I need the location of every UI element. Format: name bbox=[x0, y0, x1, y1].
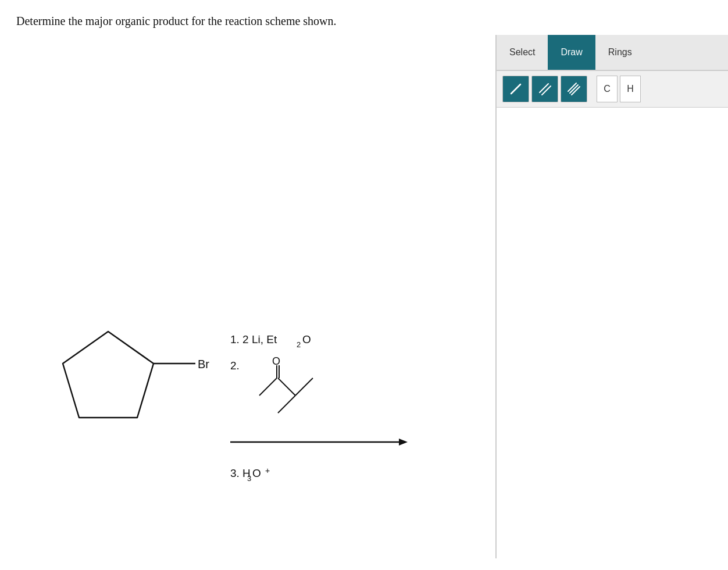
svg-line-21 bbox=[542, 86, 551, 95]
svg-marker-14 bbox=[399, 439, 408, 446]
svg-text:O: O bbox=[252, 467, 261, 479]
chemistry-diagram: Br 1. 2 Li, Et 2 O 2. O bbox=[0, 35, 495, 558]
triple-bond-icon bbox=[568, 83, 580, 95]
br-label: Br bbox=[198, 358, 209, 370]
svg-line-9 bbox=[259, 378, 277, 396]
svg-text:3: 3 bbox=[247, 474, 251, 483]
draw-button[interactable]: Draw bbox=[548, 35, 595, 70]
triple-bond-button[interactable] bbox=[561, 76, 587, 102]
svg-text:O: O bbox=[302, 333, 311, 345]
single-bond-button[interactable] bbox=[502, 76, 529, 102]
main-content: Br 1. 2 Li, Et 2 O 2. O bbox=[0, 35, 728, 558]
svg-text:+: + bbox=[265, 466, 270, 475]
svg-text:1. 2 Li, Et: 1. 2 Li, Et bbox=[230, 333, 277, 345]
question-text: Determine the major organic product for … bbox=[0, 0, 728, 29]
svg-line-12 bbox=[278, 396, 295, 413]
right-panel: Select Draw Rings bbox=[495, 35, 728, 558]
svg-line-20 bbox=[540, 84, 548, 92]
toolbar: Select Draw Rings bbox=[497, 35, 728, 71]
ketone-structure: O bbox=[259, 355, 313, 413]
hydrogen-atom-button[interactable]: H bbox=[620, 76, 641, 102]
svg-text:2: 2 bbox=[297, 340, 301, 349]
single-bond-icon bbox=[509, 83, 522, 95]
svg-line-19 bbox=[511, 84, 520, 94]
select-button[interactable]: Select bbox=[497, 35, 548, 70]
drawing-canvas[interactable] bbox=[497, 108, 728, 558]
svg-line-10 bbox=[278, 378, 295, 396]
rings-button[interactable]: Rings bbox=[595, 35, 645, 70]
double-bond-button[interactable] bbox=[531, 76, 558, 102]
bond-tools-row: C H bbox=[497, 71, 728, 108]
double-bond-icon bbox=[538, 83, 551, 95]
cyclopentane-group: Br bbox=[63, 332, 209, 418]
reaction-conditions: 1. 2 Li, Et 2 O 2. O bbox=[230, 333, 408, 483]
carbon-atom-button[interactable]: C bbox=[597, 76, 618, 102]
svg-text:2.: 2. bbox=[230, 359, 240, 372]
chemistry-area: Br 1. 2 Li, Et 2 O 2. O bbox=[0, 35, 495, 558]
svg-line-11 bbox=[295, 378, 313, 396]
svg-marker-0 bbox=[63, 332, 154, 418]
